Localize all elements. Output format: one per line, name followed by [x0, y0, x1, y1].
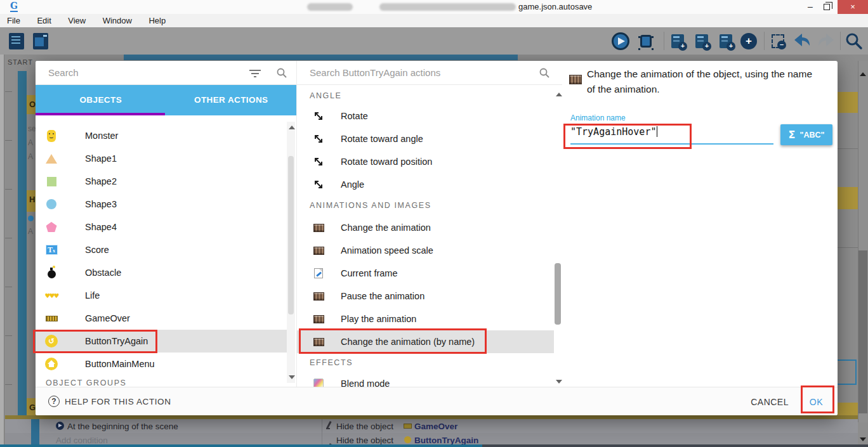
object-row-life[interactable]: Life — [36, 284, 287, 307]
instruction-editor-dialog: Search OBJECTS OTHER ACTIONS Monster Sha… — [36, 61, 838, 415]
object-label: Shape2 — [85, 176, 117, 186]
add-event-icon[interactable]: + — [667, 31, 688, 51]
restore-button[interactable] — [824, 4, 830, 10]
menu-edit[interactable]: Edit — [30, 14, 58, 27]
action-object-name[interactable]: GameOver — [414, 422, 457, 431]
filter-icon[interactable] — [249, 69, 261, 78]
object-row-buttonmainmenu[interactable]: ButtonMainMenu — [36, 353, 287, 375]
action-object-name[interactable]: ButtonTryAgain — [414, 436, 478, 445]
add-subevent-icon[interactable]: + — [716, 31, 736, 51]
action-row-change-animation[interactable]: Change the animation — [297, 216, 554, 239]
cancel-button[interactable]: CANCEL — [751, 397, 789, 407]
add-event-glyph: + — [671, 34, 684, 48]
action-row-current-frame[interactable]: Current frame — [297, 262, 554, 285]
event-text-fragment: A — [28, 138, 33, 147]
action-row-change-animation-by-name-selected[interactable]: Change the animation (by name) — [297, 330, 554, 353]
buttontryagain-mini-icon — [404, 436, 411, 443]
action-label: Rotate — [341, 111, 368, 121]
action-row-rotate[interactable]: Rotate — [297, 105, 554, 127]
action-row-angle[interactable]: Angle — [297, 173, 554, 196]
circle-icon — [44, 197, 58, 211]
film-strip-icon — [569, 75, 582, 84]
events-scrollbar-thumb[interactable] — [858, 250, 867, 413]
object-row-monster[interactable]: Monster — [36, 124, 287, 147]
close-button[interactable]: × — [838, 0, 868, 14]
event-header-fragment — [838, 92, 858, 113]
object-row-shape4[interactable]: Shape4 — [36, 216, 287, 238]
add-condition-link[interactable]: Add condition — [56, 436, 108, 445]
title-bar: G game.json.autosave – × — [0, 0, 868, 14]
menu-help[interactable]: Help — [141, 14, 173, 27]
project-manager-icon[interactable] — [6, 31, 27, 51]
add-comment-icon[interactable]: + — [692, 31, 712, 51]
event-header-fragment: H — [27, 190, 36, 212]
menu-window[interactable]: Window — [96, 14, 139, 27]
preview-play-icon[interactable] — [610, 31, 631, 51]
window-title: game.json.autosave — [518, 2, 592, 11]
scroll-up-arrow[interactable] — [860, 72, 866, 76]
bomb-icon — [44, 266, 58, 280]
object-row-gameover[interactable]: GameOver — [36, 307, 287, 330]
toolbar-separator — [764, 32, 765, 50]
event-separator — [838, 247, 858, 248]
ok-button[interactable]: OK — [810, 397, 823, 407]
action-row-play-animation[interactable]: Play the animation — [297, 308, 554, 330]
active-tab-underline — [36, 113, 165, 115]
action-row-rotate-toward-angle[interactable]: Rotate toward angle — [297, 127, 554, 150]
minimize-button[interactable]: – — [801, 0, 820, 14]
condition-text[interactable]: At the beginning of the scene — [67, 422, 178, 431]
object-row-obstacle[interactable]: Obstacle — [36, 261, 287, 284]
expression-editor-button[interactable]: Σ "ABC" — [780, 124, 832, 145]
action-description: Change the animation of the object, usin… — [587, 67, 813, 97]
gameover-sprite-icon — [44, 311, 58, 325]
search-icon[interactable] — [539, 68, 549, 78]
scroll-down-arrow[interactable] — [289, 375, 295, 379]
gdevelop-logo: G — [10, 1, 18, 12]
scroll-down-arrow[interactable] — [556, 380, 562, 384]
menu-file[interactable]: File — [0, 14, 27, 27]
action-row-rotate-toward-position[interactable]: Rotate toward position — [297, 150, 554, 173]
debug-bug-icon[interactable] — [636, 31, 656, 51]
action-row-animation-speed[interactable]: Animation speed scale — [297, 239, 554, 262]
remove-event-icon[interactable]: – — [768, 31, 788, 51]
action-text[interactable]: Hide the object — [336, 422, 393, 431]
object-row-shape3[interactable]: Shape3 — [36, 193, 287, 216]
add-other-event-icon[interactable]: + — [739, 31, 759, 51]
scene-tab-start[interactable]: START — [8, 58, 33, 66]
undo-icon[interactable] — [792, 31, 812, 51]
ruler-ticks — [5, 55, 12, 447]
rotate-icon — [312, 179, 326, 190]
object-list-scrollbar-thumb[interactable] — [288, 156, 294, 314]
object-row-shape1[interactable]: Shape1 — [36, 147, 287, 170]
tab-other-actions[interactable]: OTHER ACTIONS — [166, 85, 297, 115]
action-label: Angle — [341, 179, 364, 190]
tab-objects[interactable]: OBJECTS — [36, 85, 166, 115]
object-row-score[interactable]: Score — [36, 238, 287, 261]
object-label: ButtonMainMenu — [85, 359, 155, 369]
animation-name-value: "TryAgainHover" — [570, 126, 656, 138]
action-search-bar[interactable]: Search ButtonTryAgain actions — [297, 61, 562, 85]
object-search-bar[interactable]: Search — [36, 61, 296, 85]
action-row-pause-animation[interactable]: Pause the animation — [297, 285, 554, 308]
object-label: Shape4 — [85, 222, 117, 232]
menu-view[interactable]: View — [61, 14, 93, 27]
search-icon[interactable] — [844, 31, 864, 51]
action-list-scrollbar-thumb[interactable] — [555, 263, 561, 325]
refresh-button-icon — [44, 334, 58, 348]
animation-name-input[interactable]: "TryAgainHover" — [570, 126, 657, 138]
scroll-down-arrow[interactable] — [860, 437, 866, 441]
bug-glyph — [640, 35, 652, 48]
section-header-effects: EFFECTS — [310, 358, 353, 367]
scene-editor-icon[interactable] — [30, 31, 51, 51]
film-strip-icon — [312, 290, 326, 302]
object-row-shape2[interactable]: Shape2 — [36, 170, 287, 193]
scroll-up-arrow[interactable] — [556, 93, 562, 96]
redo-icon[interactable] — [816, 31, 836, 51]
search-icon[interactable] — [277, 68, 287, 78]
event-text-fragment: A — [28, 227, 33, 236]
action-text[interactable]: Hide the object — [336, 436, 393, 445]
help-for-this-action-link[interactable]: HELP FOR THIS ACTION — [65, 397, 171, 406]
object-row-buttontryagain-selected[interactable]: ButtonTryAgain — [36, 330, 287, 353]
action-label: Rotate toward angle — [341, 134, 423, 144]
scroll-up-arrow[interactable] — [289, 126, 295, 129]
